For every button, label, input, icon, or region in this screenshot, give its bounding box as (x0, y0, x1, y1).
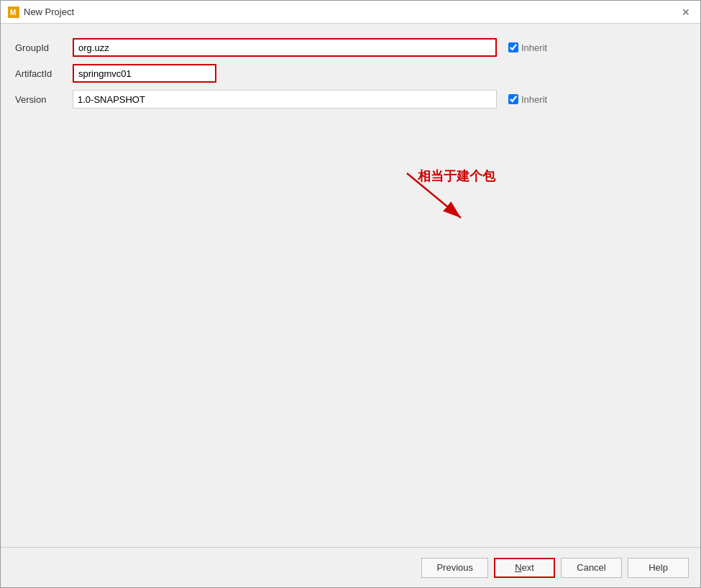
groupid-input[interactable] (73, 38, 497, 57)
cancel-button[interactable]: Cancel (561, 558, 622, 578)
dialog-body: GroupId Inherit ArtifactId Version (1, 24, 700, 547)
title-bar-left: M New Project (8, 6, 74, 18)
groupid-inherit: Inherit (508, 42, 547, 53)
dialog-footer: Previous Next Cancel Help (1, 547, 700, 587)
groupid-input-area: Inherit (73, 38, 686, 57)
help-button[interactable]: Help (628, 558, 689, 578)
version-input[interactable] (73, 90, 497, 109)
groupid-row: GroupId Inherit (15, 38, 686, 57)
dialog-window: M New Project ✕ GroupId Inherit Artifact… (0, 0, 701, 588)
svg-line-3 (407, 173, 461, 218)
window-title: New Project (24, 6, 74, 17)
version-inherit-label: Inherit (521, 94, 547, 105)
artifactid-row: ArtifactId (15, 64, 686, 83)
svg-text:M: M (10, 9, 16, 17)
groupid-label: GroupId (15, 42, 73, 53)
annotation-text: 相当于建个包 (418, 167, 495, 185)
version-inherit: Inherit (508, 94, 547, 105)
version-inherit-checkbox[interactable] (508, 94, 518, 104)
groupid-inherit-label: Inherit (521, 42, 547, 53)
version-input-area: Inherit (73, 90, 686, 109)
groupid-inherit-checkbox[interactable] (508, 42, 518, 52)
previous-button[interactable]: Previous (421, 558, 488, 578)
artifactid-label: ArtifactId (15, 68, 73, 79)
version-row: Version Inherit (15, 90, 686, 109)
app-icon: M (8, 6, 19, 18)
title-bar: M New Project ✕ (1, 1, 700, 24)
version-label: Version (15, 94, 73, 105)
artifactid-input[interactable] (73, 64, 216, 83)
next-button[interactable]: Next (494, 558, 555, 578)
close-button[interactable]: ✕ (679, 5, 693, 19)
artifactid-input-area (73, 64, 686, 83)
